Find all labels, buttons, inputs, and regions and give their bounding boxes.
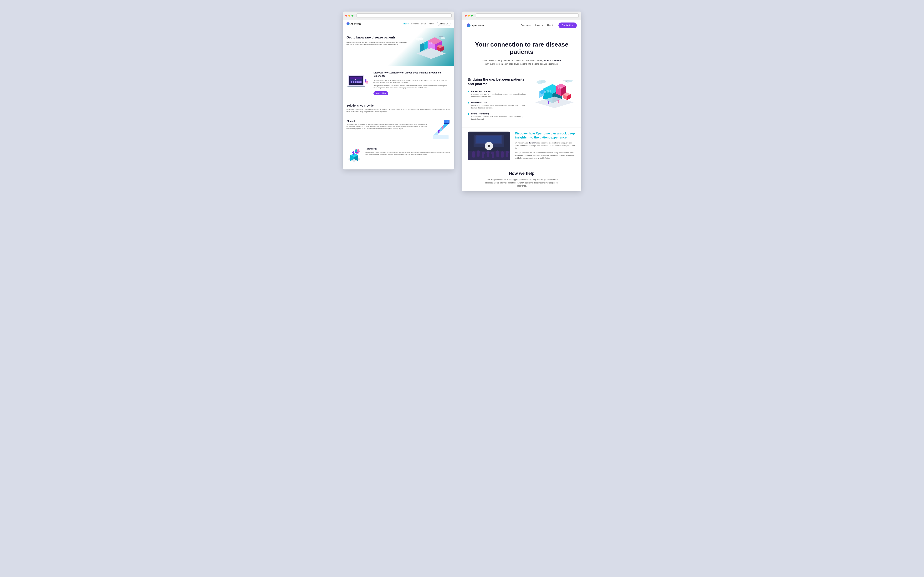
svg-marker-44: [437, 127, 445, 131]
svg-point-40: [365, 79, 367, 81]
bridging-title-right: Bridging the gap between patients and ph…: [468, 77, 527, 86]
clinical-svg-left: [431, 120, 451, 141]
realworld-illustration-left: [347, 148, 362, 166]
svg-point-11: [419, 37, 423, 40]
logo-left[interactable]: Xperiome: [347, 22, 361, 26]
logo-text-right: Xperiome: [472, 24, 484, 27]
nav-services-right[interactable]: Services ▾: [521, 24, 531, 27]
play-button-right[interactable]: [485, 142, 493, 150]
discover-title-brand: Xperiome: [536, 132, 550, 135]
svg-marker-43: [433, 131, 441, 135]
logo-icon-right: [467, 23, 470, 27]
feature-real-world-data: Real World Data Bolster your real-world …: [468, 102, 527, 110]
solutions-section-left: Solutions we provide From drug developme…: [342, 100, 454, 120]
svg-rect-89: [548, 103, 549, 104]
svg-rect-39: [366, 83, 368, 84]
howwehelp-section-right: How we help From drug development to pos…: [462, 165, 582, 191]
hero-title-right: Your connection to rare disease patients: [468, 41, 575, 56]
dot-red-right[interactable]: [465, 15, 467, 16]
svg-point-67: [569, 80, 573, 82]
feature-content-2: Real World Data Bolster your real-world …: [471, 102, 527, 110]
svg-rect-54: [447, 121, 447, 122]
discover-title-left: Discover how Xperiome can unlock deep in…: [373, 71, 451, 78]
svg-point-12: [441, 37, 445, 39]
logo-icon-left: [347, 22, 350, 26]
browser-right: Xperiome Services ▾ Learn ▾ About ▾ Cont…: [462, 11, 582, 191]
realworld-text-left: Real-world Gather powerful insights to e…: [365, 148, 451, 155]
svg-rect-52: [445, 122, 445, 122]
laptop-svg-left: [347, 71, 370, 90]
hero-section-left: Get to know rare disease patients Match …: [342, 28, 454, 66]
svg-point-90: [557, 100, 559, 102]
svg-rect-28: [357, 82, 358, 83]
svg-rect-61: [353, 153, 354, 155]
discover-body2-left: Through Raremark we are able to match re…: [373, 85, 451, 89]
nav-about-left[interactable]: About: [429, 23, 434, 25]
svg-rect-53: [446, 121, 446, 122]
svg-point-48: [442, 126, 444, 127]
svg-rect-55: [447, 121, 448, 122]
hero-section-right: Your connection to rare disease patients…: [462, 31, 582, 74]
feature-dot-3: [468, 113, 469, 114]
dot-red-left[interactable]: [345, 15, 347, 16]
discover-illustration-left: [347, 71, 370, 91]
svg-marker-45: [441, 124, 449, 127]
url-bar-right[interactable]: [476, 13, 579, 18]
svg-point-60: [352, 152, 354, 153]
watch-video-button-left[interactable]: Watch video: [373, 91, 388, 95]
svg-point-88: [548, 101, 549, 103]
svg-rect-104: [496, 153, 499, 157]
discover-right-body2: Through Raremark we are able to match re…: [515, 152, 575, 160]
dot-green-right[interactable]: [471, 15, 473, 16]
svg-rect-94: [472, 154, 475, 158]
svg-rect-41: [365, 81, 366, 82]
svg-rect-30: [359, 82, 360, 83]
url-bar-left[interactable]: [357, 13, 452, 18]
bridging-section-right: Bridging the gap between patients and ph…: [462, 74, 582, 127]
feature-desc-3: Demonstrate value and build brand awaren…: [471, 115, 527, 121]
dot-yellow-right[interactable]: [468, 15, 470, 16]
svg-point-46: [438, 130, 440, 131]
feature-dot-1: [468, 91, 469, 92]
video-thumbnail-right[interactable]: [468, 132, 510, 160]
svg-rect-82: [544, 91, 546, 93]
logo-right[interactable]: Xperiome: [467, 23, 484, 27]
feature-title-1: Patient Recruitment: [471, 90, 527, 92]
browser-chrome-left: [342, 11, 454, 20]
logo-text-left: Xperiome: [351, 23, 361, 25]
svg-rect-15: [430, 43, 431, 44]
nav-about-right[interactable]: About ▾: [547, 24, 554, 27]
realworld-desc-left: Gather powerful insights to evaluate the…: [365, 152, 451, 155]
feature-desc-2: Bolster your real-world research program…: [471, 104, 527, 110]
feature-title-2: Real World Data: [471, 102, 527, 104]
nav-home-left[interactable]: Home: [404, 23, 409, 25]
svg-rect-102: [492, 154, 494, 158]
browser-left: Xperiome Home Services Learn About Conta…: [342, 11, 454, 169]
nav-learn-left[interactable]: Learn: [422, 23, 426, 25]
contact-button-left[interactable]: Contact Us: [437, 22, 451, 26]
dot-green-left[interactable]: [352, 15, 354, 16]
nav-right: Xperiome Services ▾ Learn ▾ About ▾ Cont…: [462, 20, 582, 31]
svg-point-65: [541, 80, 546, 83]
bridging-illustration-right: [533, 77, 575, 112]
svg-rect-42: [433, 135, 449, 139]
clinical-desc-left: Accelerate clinical trial timelines by l…: [347, 124, 428, 130]
nav-services-left[interactable]: Services: [411, 23, 418, 25]
nav-links-left: Home Services Learn About Contact Us: [404, 22, 451, 26]
nav-learn-right[interactable]: Learn ▾: [535, 24, 543, 27]
browser-chrome-right: [462, 11, 582, 20]
svg-rect-106: [501, 154, 504, 158]
svg-rect-91: [558, 102, 559, 103]
feature-content-1: Patient Recruitment Discover a new way t…: [471, 90, 527, 98]
nav-left: Xperiome Home Services Learn About Conta…: [342, 20, 454, 28]
howwehelp-desc-right: From drug development to post-approval r…: [485, 178, 558, 187]
svg-rect-49: [442, 127, 443, 129]
discover-text-left: Discover how Xperiome can unlock deep in…: [373, 71, 451, 95]
contact-button-right[interactable]: Contact Us: [559, 23, 577, 28]
clinical-illustration-left: [431, 120, 451, 142]
bridging-text-right: Bridging the gap between patients and ph…: [468, 77, 527, 124]
dot-yellow-left[interactable]: [349, 15, 351, 16]
svg-rect-22: [351, 82, 352, 83]
svg-rect-24: [353, 82, 354, 83]
realworld-svg-left: [347, 148, 362, 165]
